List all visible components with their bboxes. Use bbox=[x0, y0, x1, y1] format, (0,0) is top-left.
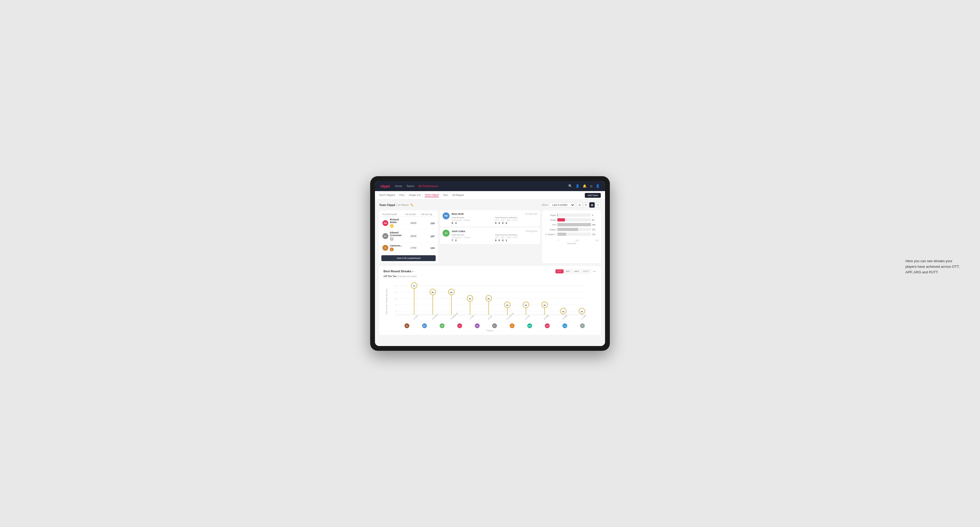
player-name-badge-2: Edward Crossman 2 bbox=[390, 231, 405, 241]
card-name-row-rees: Rees Britt 02 Sep 2023 bbox=[452, 213, 538, 215]
streaks-chart-container: Best Streak, Fairway Accuracy 7 6 5 bbox=[383, 280, 597, 328]
bar-label-bogeys: Bogeys bbox=[544, 229, 556, 231]
svg-text:4x: 4x bbox=[544, 304, 546, 306]
annotation-text: Here you can see streaks your players ha… bbox=[905, 259, 964, 275]
subnav-pga[interactable]: PGA bbox=[399, 194, 404, 197]
x-axis-200: 200 bbox=[576, 240, 579, 241]
putt-label-rees: PUTT bbox=[513, 219, 518, 221]
person-icon[interactable]: 👤 bbox=[576, 184, 579, 188]
table-row[interactable]: RB Richard Butler 1 19/20 110 bbox=[381, 217, 436, 230]
rank-badge-3: 3 bbox=[390, 248, 394, 251]
svg-text:2: 2 bbox=[396, 314, 397, 316]
app-label-rees: APP bbox=[501, 219, 504, 221]
avatar-miller: MM bbox=[527, 323, 532, 328]
target-icon[interactable]: ◎ bbox=[590, 184, 593, 188]
card-view-button[interactable]: ▦ bbox=[589, 202, 595, 208]
bar-dbogeys: D. Bogeys + 131 bbox=[544, 233, 599, 236]
bar-label-eagles: Eagles bbox=[544, 214, 556, 216]
avatar-mcherg: BM bbox=[422, 323, 427, 328]
svg-text:6x: 6x bbox=[450, 291, 452, 293]
activities-values-rees: 0 0 0 0 bbox=[495, 221, 538, 224]
rounds-sublabels-rees: Tournament Practice bbox=[452, 219, 494, 221]
sub-nav: PGAT Players PGA Hcaps 1-5 Team Clippd T… bbox=[375, 191, 605, 200]
bar-fill-dbogeys bbox=[557, 233, 566, 236]
player-avatar-2: EC bbox=[382, 233, 388, 239]
col-player-name: PLAYER NAME bbox=[382, 213, 405, 216]
bar-eagles: Eagles 3 bbox=[544, 213, 599, 217]
rounds-values-josh: 7 2 bbox=[452, 239, 494, 242]
avatar-icon[interactable]: 👤 bbox=[596, 184, 600, 188]
svg-text:4: 4 bbox=[396, 304, 397, 306]
filter-app[interactable]: APP bbox=[564, 269, 572, 273]
total-rounds-rees: Total Rounds Tournament Practice 8 4 bbox=[452, 216, 494, 224]
streaks-title: Best Round Streaks bbox=[383, 270, 412, 273]
app-val-josh: 0 bbox=[498, 239, 500, 242]
activities-sublabels-rees: OTT APP ARG PUTT bbox=[495, 219, 538, 221]
pb-avg-2: 107 bbox=[421, 235, 434, 238]
card-avatar-rees: RB bbox=[442, 213, 450, 219]
pb-score-1: 19/20 bbox=[405, 222, 421, 224]
subtitle-main: Off The Tee bbox=[383, 275, 396, 278]
nav-my-performance[interactable]: My Performance bbox=[418, 185, 438, 187]
nav-teams[interactable]: Teams bbox=[406, 185, 414, 187]
filter-arg[interactable]: ARG bbox=[573, 269, 581, 273]
svg-text:3: 3 bbox=[396, 311, 397, 313]
grid-view-button[interactable]: ⊞ bbox=[577, 202, 582, 208]
x-axis-0: 0 bbox=[558, 240, 559, 241]
show-label: Show bbox=[542, 204, 548, 206]
period-select[interactable]: Last 3 months Last 6 months Last 12 mont… bbox=[549, 203, 575, 207]
arg-label-josh: ARG bbox=[507, 237, 511, 238]
detail-view-button[interactable]: ≡ bbox=[595, 202, 601, 208]
practice-val-rees: 4 bbox=[455, 221, 457, 224]
table-row[interactable]: EC Edward Crossman 2 18/20 107 bbox=[381, 230, 436, 243]
subnav-pgat[interactable]: PGAT Players bbox=[379, 194, 395, 197]
activities-label-josh: Total Practice Activities bbox=[495, 234, 538, 236]
nav-home[interactable]: Home bbox=[395, 185, 402, 187]
svg-text:6x: 6x bbox=[432, 291, 434, 293]
rounds-label-rees: Total Rounds bbox=[452, 216, 494, 219]
player-avatar-1: RB bbox=[382, 220, 388, 226]
subnav-all-players[interactable]: All Players bbox=[452, 194, 464, 197]
svg-text:E. Crossman: E. Crossman bbox=[506, 312, 514, 320]
streaks-filter-buttons: OTT APP ARG PUTT bbox=[555, 269, 591, 273]
streaks-section: Best Round Streaks ← OTT APP ARG PUTT ← … bbox=[379, 266, 601, 335]
putt-val-rees: 0 bbox=[506, 221, 507, 224]
tournament-label-josh: Tournament bbox=[452, 237, 461, 238]
avatar-butler: RB bbox=[545, 323, 550, 328]
bar-track-bogeys bbox=[557, 228, 591, 231]
filter-ott[interactable]: OTT bbox=[555, 269, 563, 273]
svg-text:C. Quick: C. Quick bbox=[581, 314, 586, 320]
svg-text:R. Britt: R. Britt bbox=[488, 315, 492, 320]
bar-track-dbogeys bbox=[557, 233, 591, 236]
subnav-tour[interactable]: Tour bbox=[443, 194, 448, 197]
rounds-sublabels-josh: Tournament Practice bbox=[452, 237, 494, 238]
search-icon[interactable]: 🔍 bbox=[568, 184, 572, 188]
bell-icon[interactable]: 🔔 bbox=[583, 184, 587, 188]
view-leaderboard-button[interactable]: View Full Leaderboard bbox=[381, 255, 436, 261]
bar-fill-birdies bbox=[557, 218, 565, 221]
pb-avg-3: 103 bbox=[421, 246, 434, 249]
player-info-1: RB Richard Butler 1 bbox=[382, 218, 405, 228]
list-view-button[interactable]: ☰ bbox=[583, 202, 589, 208]
bar-fill-bogeys bbox=[557, 228, 578, 231]
arg-label-rees: ARG bbox=[507, 219, 511, 221]
streak-arrow-icon: ← bbox=[412, 269, 415, 273]
subnav-hcaps[interactable]: Hcaps 1-5 bbox=[409, 194, 420, 197]
avatar-coles: JC bbox=[457, 323, 462, 328]
filter-putt[interactable]: PUTT bbox=[581, 269, 591, 273]
bar-birdies: Birdies 96 bbox=[544, 218, 599, 221]
ott-val-rees: 0 bbox=[495, 221, 496, 224]
activities-sublabels-josh: OTT APP ARG PUTT bbox=[495, 237, 538, 238]
edit-icon[interactable]: ✏️ bbox=[410, 204, 414, 206]
col-pb-avg: PB AVG SQ bbox=[421, 213, 434, 216]
add-team-button[interactable]: Add Team bbox=[585, 193, 601, 198]
card-content-josh: Josh Coles 26 Aug 2023 Total Rounds Tour… bbox=[452, 230, 538, 242]
avatar-ford: DF bbox=[510, 323, 514, 328]
table-row[interactable]: C Cameron... 3 17/20 103 bbox=[381, 243, 436, 253]
total-rounds-josh: Total Rounds Tournament Practice 7 2 bbox=[452, 234, 494, 242]
tournament-label-rees: Tournament bbox=[452, 219, 461, 221]
bar-label-dbogeys: D. Bogeys + bbox=[544, 233, 556, 236]
nav-bar: clippd Home Teams My Performance 🔍 👤 🔔 ◎… bbox=[375, 181, 605, 191]
svg-text:6: 6 bbox=[396, 291, 397, 293]
subnav-team-clippd[interactable]: Team Clippd bbox=[425, 193, 439, 197]
